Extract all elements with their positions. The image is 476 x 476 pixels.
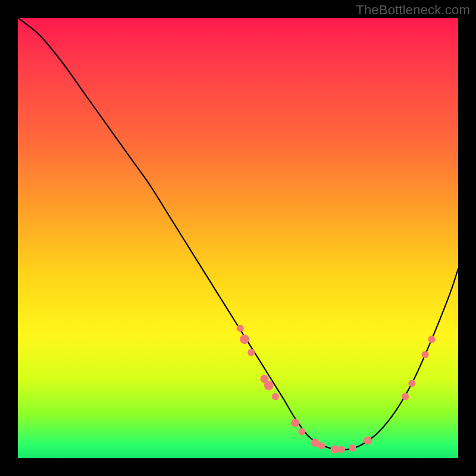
data-marker [422, 351, 429, 358]
data-marker [428, 336, 436, 343]
data-marker [298, 428, 305, 436]
curve-svg [18, 18, 458, 458]
data-marker [264, 381, 274, 390]
plot-area [18, 18, 458, 458]
data-marker [240, 334, 249, 344]
data-marker [272, 393, 279, 400]
data-marker [402, 393, 409, 400]
data-marker [311, 439, 320, 447]
data-marker [364, 436, 372, 444]
chart-frame: TheBottleneck.com [0, 0, 476, 476]
data-markers-group [237, 325, 436, 454]
watermark-text: TheBottleneck.com [356, 2, 470, 18]
data-marker [291, 419, 299, 427]
bottleneck-curve [18, 18, 458, 450]
data-marker [338, 446, 345, 453]
data-marker [248, 349, 255, 356]
data-marker [349, 444, 356, 452]
data-marker [237, 325, 244, 332]
data-marker [408, 380, 415, 387]
data-marker [331, 445, 339, 453]
data-marker [318, 442, 325, 449]
